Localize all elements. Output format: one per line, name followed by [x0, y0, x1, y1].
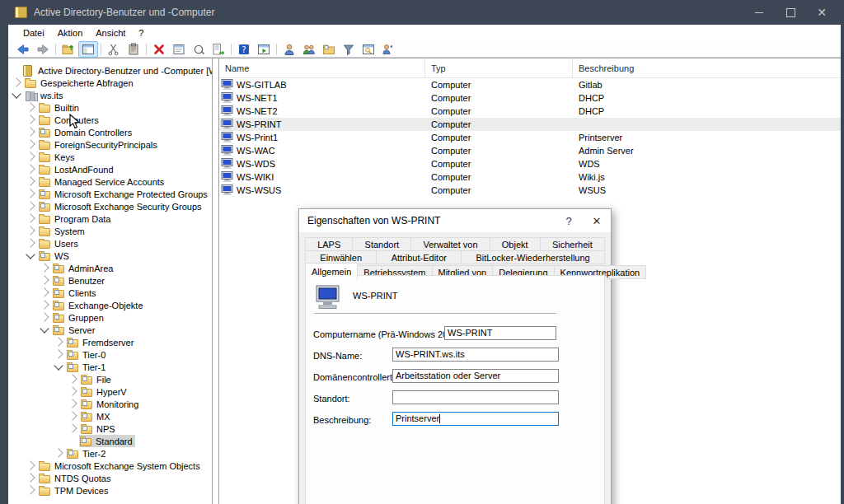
- tree-item-microsoft-exchange-security-groups[interactable]: Microsoft Exchange Security Groups: [8, 200, 212, 212]
- toolbar-delete-button[interactable]: [149, 41, 169, 58]
- tree-item-gespeicherte-abfragen[interactable]: Gespeicherte Abfragen: [8, 77, 212, 89]
- tree-collapsed-chevron-icon[interactable]: [26, 460, 35, 469]
- tree-item-computers[interactable]: Computers: [8, 114, 212, 126]
- column-header-beschreibung[interactable]: Beschreibung: [573, 58, 841, 77]
- toolbar-properties-button[interactable]: [169, 41, 189, 58]
- tree-collapsed-chevron-icon[interactable]: [26, 226, 35, 235]
- tree-collapsed-chevron-icon[interactable]: [26, 473, 35, 482]
- tree-collapsed-chevron-icon[interactable]: [54, 448, 63, 457]
- tree-collapsed-chevron-icon[interactable]: [26, 152, 35, 161]
- tree-collapsed-chevron-icon[interactable]: [26, 176, 35, 185]
- tree-item-mx[interactable]: MX: [8, 410, 212, 422]
- tab-objekt[interactable]: Objekt: [490, 237, 541, 251]
- tab-allgemein[interactable]: Allgemein: [305, 263, 358, 279]
- tree-collapsed-chevron-icon[interactable]: [40, 263, 49, 272]
- tree-item-tier-0[interactable]: Tier-0: [8, 348, 212, 361]
- tree-collapsed-chevron-icon[interactable]: [26, 485, 35, 494]
- column-header-typ[interactable]: Typ: [425, 58, 573, 77]
- tree-item-ws[interactable]: WS: [8, 250, 212, 262]
- input-computername-pr-windows-2000[interactable]: WS-PRINT: [444, 326, 556, 340]
- toolbar-new-group-button[interactable]: [299, 41, 319, 58]
- tree-collapsed-chevron-icon[interactable]: [26, 201, 35, 210]
- input-dom-nencontrollertyp[interactable]: Arbeitsstation oder Server: [392, 369, 559, 383]
- toolbar-up-one-level-button[interactable]: [59, 41, 78, 58]
- toolbar-add-member-button[interactable]: [378, 41, 398, 58]
- tab-verwaltet-von[interactable]: Verwaltet von: [410, 237, 490, 251]
- menu-datei[interactable]: Datei: [16, 25, 51, 41]
- tree-collapsed-chevron-icon[interactable]: [26, 102, 35, 111]
- maximize-button[interactable]: [775, 0, 806, 25]
- close-button[interactable]: ✕: [806, 0, 837, 25]
- tree-item-clients[interactable]: Clients: [8, 287, 212, 299]
- panel-splitter[interactable]: [213, 58, 218, 504]
- tab-standort[interactable]: Standort: [352, 237, 411, 251]
- tree-item-hyperv[interactable]: HyperV: [8, 385, 212, 398]
- tree-item-foreignsecurityprincipals[interactable]: ForeignSecurityPrincipals: [8, 138, 212, 151]
- tree-collapsed-chevron-icon[interactable]: [68, 423, 77, 432]
- tree-item-domain-controllers[interactable]: Domain Controllers: [8, 126, 212, 138]
- tree-collapsed-chevron-icon[interactable]: [68, 374, 77, 383]
- tree-collapsed-chevron-icon[interactable]: [68, 399, 77, 408]
- toolbar-forward-button[interactable]: [33, 41, 53, 58]
- toolbar-export-list-button[interactable]: [209, 41, 228, 58]
- toolbar-show-console-tree-button[interactable]: [78, 41, 98, 58]
- tree-collapsed-chevron-icon[interactable]: [26, 164, 35, 173]
- tree-item-ws-its[interactable]: ws.its: [8, 89, 212, 101]
- tree-collapsed-chevron-icon[interactable]: [54, 349, 63, 358]
- input-beschreibung[interactable]: Printserver: [392, 412, 559, 426]
- tree-item-users[interactable]: Users: [8, 237, 212, 250]
- tree-item-lostandfound[interactable]: LostAndFound: [8, 163, 212, 175]
- toolbar-cut-button[interactable]: [104, 41, 124, 58]
- tree-item-server[interactable]: Server: [8, 324, 212, 336]
- toolbar-refresh-button[interactable]: [189, 41, 209, 58]
- tree-item-adminarea[interactable]: AdminArea: [8, 262, 212, 274]
- list-row-ws-wiki[interactable]: WS-WIKIComputerWiki.js: [219, 170, 841, 184]
- tree-collapsed-chevron-icon[interactable]: [68, 386, 77, 395]
- tree-collapsed-chevron-icon[interactable]: [26, 139, 35, 148]
- tree-collapsed-chevron-icon[interactable]: [40, 312, 49, 321]
- toolbar-paste-button[interactable]: [124, 41, 143, 58]
- tab-laps[interactable]: LAPS: [305, 237, 353, 251]
- list-row-ws-wsus[interactable]: WS-WSUSComputerWSUS: [219, 184, 841, 197]
- tree-expanded-chevron-icon[interactable]: [54, 361, 63, 370]
- tree-item-fremdserver[interactable]: Fremdserver: [8, 336, 212, 348]
- menu-ansicht[interactable]: Ansicht: [89, 25, 132, 41]
- tree-collapsed-chevron-icon[interactable]: [26, 213, 35, 222]
- tree-collapsed-chevron-icon[interactable]: [40, 275, 49, 284]
- tree-collapsed-chevron-icon[interactable]: [40, 287, 49, 296]
- tree-item-tier-1[interactable]: Tier-1: [8, 361, 212, 373]
- tree-collapsed-chevron-icon[interactable]: [26, 189, 35, 198]
- tree-expanded-chevron-icon[interactable]: [26, 250, 35, 259]
- tree-item-system[interactable]: System: [8, 225, 212, 237]
- tree-item-microsoft-exchange-protected-groups[interactable]: Microsoft Exchange Protected Groups: [8, 188, 212, 200]
- tree-collapsed-chevron-icon[interactable]: [40, 300, 49, 309]
- minimize-button[interactable]: [743, 0, 775, 25]
- tree-item-managed-service-accounts[interactable]: Managed Service Accounts: [8, 175, 212, 188]
- toolbar-filter-button[interactable]: [339, 41, 359, 58]
- input-standort[interactable]: [392, 390, 559, 404]
- input-dns-name[interactable]: WS-PRINT.ws.its: [392, 348, 559, 362]
- dialog-help-button[interactable]: ?: [555, 209, 583, 232]
- tree-item-microsoft-exchange-system-objects[interactable]: Microsoft Exchange System Objects: [8, 460, 212, 472]
- tab-bitlocker-wiederherstellung[interactable]: BitLocker-Wiederherstellung: [461, 250, 605, 264]
- list-row-ws-wds[interactable]: WS-WDSComputerWDS: [219, 157, 841, 170]
- toolbar-help-button[interactable]: ?: [234, 41, 254, 58]
- toolbar-find-button[interactable]: [359, 41, 378, 58]
- tree-item-tier-2[interactable]: Tier-2: [8, 447, 212, 460]
- tree-item-exchange-objekte[interactable]: Exchange-Objekte: [8, 299, 212, 311]
- tab-sicherheit[interactable]: Sicherheit: [540, 237, 605, 251]
- tree-item-program-data[interactable]: Program Data: [8, 212, 212, 225]
- tree-item-active-directory-benutzer-und-computer-ws-dc1-ws[interactable]: Active Directory-Benutzer und -Computer …: [8, 64, 212, 77]
- list-row-ws-net1[interactable]: WS-NET1ComputerDHCP: [219, 91, 841, 105]
- toolbar-back-button[interactable]: [13, 41, 33, 58]
- tree-expanded-chevron-icon[interactable]: [12, 89, 21, 98]
- tree-item-standard[interactable]: Standard: [8, 435, 212, 447]
- tree-item-tpm-devices[interactable]: TPM Devices: [8, 484, 212, 497]
- list-row-ws-gitlab[interactable]: WS-GITLABComputerGitlab: [219, 78, 841, 91]
- tree-item-nps[interactable]: NPS: [8, 422, 212, 435]
- tree-item-file[interactable]: File: [8, 373, 212, 385]
- tree-collapsed-chevron-icon[interactable]: [26, 114, 35, 124]
- list-row-ws-wac[interactable]: WS-WACComputerAdmin Server: [219, 144, 841, 157]
- list-row-ws-print1[interactable]: WS-Print1ComputerPrintserver: [219, 131, 841, 144]
- tree-item-gruppen[interactable]: Gruppen: [8, 311, 212, 324]
